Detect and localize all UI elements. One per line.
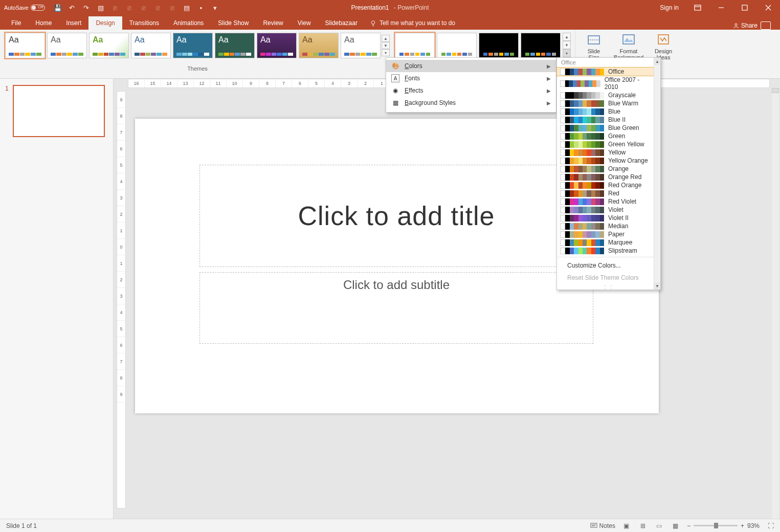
zoom-control[interactable]: − + 93% (687, 522, 760, 529)
scroll-down-icon[interactable]: ▼ (654, 282, 660, 290)
tab-insert[interactable]: Insert (59, 16, 88, 30)
tab-slideshow[interactable]: Slide Show (211, 16, 256, 30)
tab-file[interactable]: File (4, 16, 28, 30)
tab-home[interactable]: Home (28, 16, 59, 30)
sign-in-link[interactable]: Sign in (653, 4, 686, 11)
undo-icon[interactable]: ↶ (68, 3, 77, 12)
color-scheme-violet[interactable]: Violet (557, 206, 654, 214)
minimize-icon[interactable] (709, 0, 733, 15)
comments-icon[interactable] (761, 21, 771, 30)
variant-1[interactable] (395, 33, 435, 58)
color-scheme-slipstream[interactable]: Slipstream (557, 247, 654, 255)
themes-gallery[interactable]: Aa Aa Aa Aa Aa Aa Aa Aa Aa (5, 33, 381, 58)
maximize-icon[interactable] (733, 0, 756, 15)
tab-slidebazaar[interactable]: Slidebazaar (318, 16, 365, 30)
chevron-down-icon[interactable]: ▼ (382, 42, 390, 49)
notes-button[interactable]: Notes (590, 522, 615, 529)
zoom-level[interactable]: 93% (747, 522, 760, 529)
color-scheme-orange-red[interactable]: Orange Red (557, 173, 654, 181)
theme-5[interactable]: Aa (173, 33, 213, 58)
zoom-out-icon[interactable]: − (687, 522, 690, 529)
menu-fonts[interactable]: A Fonts ▶ (386, 72, 556, 84)
vertical-ruler[interactable]: 9876543210123456789 (117, 91, 126, 508)
slide-thumbnails-panel[interactable]: 1 (0, 79, 114, 519)
color-scheme-orange[interactable]: Orange (557, 165, 654, 173)
normal-view-icon[interactable]: ▣ (621, 521, 632, 530)
zoom-in-icon[interactable]: + (741, 522, 744, 529)
menu-effects[interactable]: ◉ Effects ▶ (386, 84, 556, 97)
resize-grip-icon[interactable]: ⋮⋮ (557, 284, 660, 290)
themes-expand[interactable]: ▲▼▾ (382, 33, 390, 58)
theme-8[interactable]: Aa (299, 33, 339, 58)
color-scheme-blue-warm[interactable]: Blue Warm (557, 99, 654, 107)
zoom-handle[interactable] (714, 523, 718, 528)
more-icon[interactable]: ▾ (563, 49, 571, 57)
customize-colors[interactable]: CCustomize Colors...ustomize Colors... (557, 259, 660, 272)
color-scheme-violet-ii[interactable]: Violet II (557, 214, 654, 222)
slide-counter[interactable]: Slide 1 of 1 (4, 522, 37, 529)
color-scheme-blue-green[interactable]: Blue Green (557, 124, 654, 132)
theme-3[interactable]: Aa (89, 33, 129, 58)
color-scheme-office-2007-2010[interactable]: Office 2007 - 2010 (557, 76, 654, 91)
qat-more-icon[interactable]: ▾ (211, 3, 220, 12)
qat-button-6-icon[interactable]: ▤ (182, 3, 191, 12)
tab-review[interactable]: Review (256, 16, 290, 30)
theme-office[interactable]: Aa (5, 33, 45, 58)
color-scheme-red-orange[interactable]: Red Orange (557, 181, 654, 189)
color-scheme-green-yellow[interactable]: Green Yellow (557, 140, 654, 148)
more-icon[interactable]: ▾ (382, 49, 390, 56)
color-scheme-blue-ii[interactable]: Blue II (557, 116, 654, 124)
theme-9[interactable]: Aa (341, 33, 381, 58)
color-scheme-grayscale[interactable]: Grayscale (557, 91, 654, 99)
tab-design[interactable]: Design (88, 16, 122, 30)
color-scheme-yellow-orange[interactable]: Yellow Orange (557, 157, 654, 165)
color-scheme-green[interactable]: Green (557, 132, 654, 140)
subtitle-placeholder[interactable]: Click to add subtitle (199, 272, 593, 344)
theme-7[interactable]: Aa (257, 33, 297, 58)
color-scheme-blue[interactable]: Blue (557, 107, 654, 116)
tell-me-search[interactable]: Tell me what you want to do (365, 16, 460, 30)
share-button[interactable]: Share (733, 22, 757, 29)
color-scheme-yellow[interactable]: Yellow (557, 148, 654, 157)
tab-animations[interactable]: Animations (166, 16, 211, 30)
autosave-toggle[interactable]: AutoSave Off (4, 5, 45, 11)
reading-view-icon[interactable]: ▭ (654, 521, 664, 530)
zoom-slider[interactable] (694, 525, 738, 526)
colors-scrollbar[interactable]: ▲▼ (654, 58, 660, 290)
theme-2[interactable]: Aa (47, 33, 87, 58)
start-slideshow-icon[interactable]: ▧ (96, 3, 105, 12)
color-scheme-marquee[interactable]: Marquee (557, 238, 654, 247)
color-scheme-paper[interactable]: Paper (557, 230, 654, 238)
variant-2[interactable] (437, 33, 477, 58)
variant-3[interactable] (479, 33, 519, 58)
ruler-tick: 6 (117, 337, 125, 353)
color-scheme-red[interactable]: Red (557, 189, 654, 197)
slide-sorter-view-icon[interactable]: ⊞ (638, 521, 648, 530)
redo-icon[interactable]: ↷ (82, 3, 91, 12)
theme-6[interactable]: Aa (215, 33, 255, 58)
menu-background-styles[interactable]: ▦ Background Styles ▶ (386, 97, 556, 109)
save-icon[interactable]: 💾 (53, 3, 62, 12)
theme-4[interactable]: Aa (131, 33, 171, 58)
variant-4[interactable] (521, 33, 561, 58)
qat-color-icon[interactable]: ▪︎ (196, 3, 206, 12)
fit-to-window-icon[interactable]: ⛶ (766, 521, 776, 530)
slideshow-view-icon[interactable]: ▦ (671, 521, 681, 530)
chevron-up-icon[interactable]: ▲ (563, 33, 571, 41)
tab-transitions[interactable]: Transitions (122, 16, 166, 30)
color-scheme-red-violet[interactable]: Red Violet (557, 197, 654, 206)
chevron-down-icon[interactable]: ▼ (563, 41, 571, 49)
vertical-scrollbar[interactable] (772, 88, 779, 519)
title-placeholder[interactable]: Click to add title (199, 165, 593, 267)
close-icon[interactable] (756, 0, 780, 15)
color-scheme-median[interactable]: Median (557, 222, 654, 230)
scroll-up-icon[interactable] (772, 88, 779, 93)
chevron-up-icon[interactable]: ▲ (382, 35, 390, 42)
scroll-up-icon[interactable]: ▲ (654, 58, 660, 65)
slide-thumbnail-preview[interactable] (13, 85, 105, 137)
tab-view[interactable]: View (291, 16, 318, 30)
slide-thumbnail-1[interactable]: 1 (5, 85, 108, 137)
ribbon-display-options-icon[interactable] (686, 0, 709, 15)
color-scheme-office[interactable]: Office (557, 68, 654, 76)
menu-colors[interactable]: 🎨 CColorsolors ▶ (386, 60, 556, 72)
